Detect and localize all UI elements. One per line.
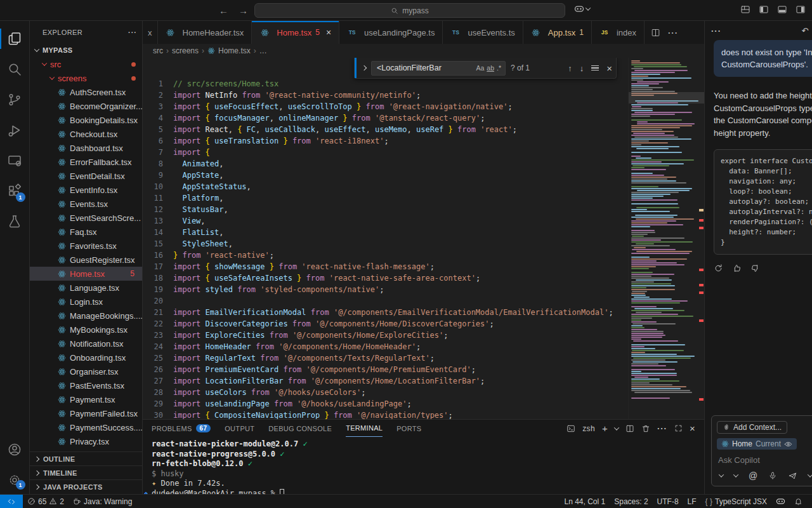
toggle-panel-icon[interactable] <box>777 4 787 15</box>
mention-icon[interactable]: @ <box>749 471 757 481</box>
file-tree-item[interactable]: Checkout.tsx <box>30 127 142 141</box>
code-line[interactable]: 21import EmailVerificationModal from '@/… <box>143 307 628 318</box>
code-line[interactable]: 1// src/screens/Home.tsx <box>143 78 628 90</box>
activity-explorer[interactable] <box>0 23 30 54</box>
code-line[interactable]: 27import LocationFilterBar from '@/compo… <box>143 375 628 387</box>
code-line[interactable]: 17import { showMessage } from 'react-nat… <box>143 261 628 272</box>
java-status[interactable]: Java: Warning <box>69 495 136 508</box>
find-close-icon[interactable]: × <box>606 63 612 74</box>
code-line[interactable]: 14 FlatList, <box>143 227 628 238</box>
file-tree-item[interactable]: PastEvents.tsx <box>30 378 142 392</box>
editor[interactable]: <LocationFilterBar Aa ab .* ? of 1 ↑ ↓ ×… <box>143 58 704 419</box>
file-tree-item[interactable]: Events.tsx <box>30 197 142 211</box>
add-context-button[interactable]: Add Context... <box>717 421 787 434</box>
file-tree-item[interactable]: PaymentFailed.tsx <box>30 406 142 420</box>
cursor-position[interactable]: Ln 44, Col 1 <box>560 495 610 508</box>
file-tree-item[interactable]: Onboarding.tsx <box>30 351 142 364</box>
terminal-more-actions-icon[interactable]: ··· <box>657 424 667 433</box>
editor-tab-uselandingpage-ts[interactable]: TSuseLandingPage.ts <box>339 21 443 44</box>
send-dropdown-chevron-icon[interactable] <box>808 472 812 477</box>
chat-input-placeholder[interactable]: Ask Copilot <box>717 454 812 465</box>
customize-layout-icon[interactable] <box>740 4 750 15</box>
editor-tab-index[interactable]: JSindex <box>592 21 645 44</box>
code-line[interactable]: 20 <box>143 295 628 307</box>
notifications-bell[interactable] <box>790 495 807 508</box>
activity-settings[interactable]: 1 <box>0 466 30 494</box>
code-editor[interactable]: 1// src/screens/Home.tsx2import NetInfo … <box>143 58 628 419</box>
split-editor-icon[interactable] <box>651 28 660 37</box>
chat-code-block[interactable]: export interface CustomCarouselProps { d… <box>714 149 812 255</box>
maximize-panel-icon[interactable] <box>674 424 683 432</box>
code-line[interactable]: 3import { useFocusEffect, useScrollToTop… <box>143 101 628 112</box>
code-line[interactable]: 24import HomeHeader from '@/components/H… <box>143 341 628 352</box>
minimap-slider[interactable] <box>629 92 704 104</box>
terminal-dropdown-icon[interactable] <box>614 425 619 430</box>
file-tree-item[interactable]: Language.tsx <box>30 281 142 295</box>
file-tree-item[interactable]: PaymentSuccess.... <box>30 420 142 434</box>
file-tree-item[interactable]: Dashboard.tsx <box>30 141 142 155</box>
breadcrumb-src[interactable]: src <box>153 46 163 55</box>
file-tree-item[interactable]: GuestRegister.tsx <box>30 253 142 267</box>
thumbs-up-icon[interactable] <box>732 264 742 273</box>
activity-run-debug[interactable] <box>0 115 30 145</box>
breadcrumb[interactable]: src › screens › Home.tsx › … <box>143 44 704 58</box>
activity-extensions[interactable]: 1 <box>0 176 30 206</box>
find-expand-chevron-icon[interactable] <box>362 65 367 70</box>
section-java-projects[interactable]: JAVA PROJECTS <box>30 480 142 494</box>
toggle-secondary-sidebar-icon[interactable] <box>796 4 806 15</box>
activity-accounts[interactable] <box>0 434 30 465</box>
breadcrumb-symbol[interactable]: … <box>259 46 267 55</box>
editor-tab-home-tsx[interactable]: Home.tsx5× <box>252 21 339 44</box>
code-line[interactable]: 9 AppState, <box>143 170 628 181</box>
code-line[interactable]: 23import ExploreCities from '@/component… <box>143 330 628 341</box>
tree-root-mypass[interactable]: MYPASS <box>30 43 142 57</box>
find-previous-icon[interactable]: ↑ <box>568 64 572 73</box>
file-tree-item[interactable]: Privacy.tsx <box>30 434 142 448</box>
file-tree-item[interactable]: Faq.tsx <box>30 225 142 239</box>
code-line[interactable]: 28import useColors from '@/hooks/useColo… <box>143 387 628 398</box>
context-file-pill[interactable]: Home Current <box>717 438 797 450</box>
code-line[interactable]: 25import RegularText from '@/components/… <box>143 352 628 364</box>
remote-indicator[interactable] <box>0 495 23 508</box>
tab-problems[interactable]: PROBLEMS 67 <box>152 420 211 437</box>
file-tree-item[interactable]: EventDetail.tsx <box>30 169 142 183</box>
tab-debug-console[interactable]: DEBUG CONSOLE <box>268 420 332 437</box>
breadcrumb-file[interactable]: Home.tsx <box>218 46 251 55</box>
editor-tab-x[interactable]: x <box>143 21 158 44</box>
file-tree-item[interactable]: Login.tsx <box>30 295 142 309</box>
file-tree-item[interactable]: MyBookings.tsx <box>30 323 142 337</box>
editor-tab-homeheader-tsx[interactable]: HomeHeader.tsx <box>158 21 252 44</box>
send-icon[interactable] <box>788 471 797 481</box>
whole-word-toggle[interactable]: ab <box>485 64 495 72</box>
file-tree-item[interactable]: Favorites.tsx <box>30 239 142 253</box>
section-outline[interactable]: OUTLINE <box>30 452 142 466</box>
find-next-icon[interactable]: ↓ <box>580 64 584 73</box>
copilot-menu-button[interactable] <box>574 4 590 14</box>
tab-output[interactable]: OUTPUT <box>225 420 254 437</box>
code-line[interactable]: 11 Platform, <box>143 192 628 204</box>
code-line[interactable]: 10 AppStateStatus, <box>143 181 628 192</box>
code-line[interactable]: 30import { CompositeNavigationProp } fro… <box>143 410 628 419</box>
model-picker-chevron-icon[interactable] <box>733 472 738 477</box>
match-case-toggle[interactable]: Aa <box>475 64 485 72</box>
eol-sequence[interactable]: LF <box>683 495 701 508</box>
file-tree-item[interactable]: BookingDetails.tsx <box>30 113 142 127</box>
chat-overflow-icon[interactable]: ··· <box>711 26 721 36</box>
editor-tab-useevents-ts[interactable]: TSuseEvents.ts <box>443 21 523 44</box>
close-panel-icon[interactable]: × <box>690 423 695 434</box>
code-line[interactable]: 29import useLandingPage from '@/hooks/us… <box>143 398 628 410</box>
tab-ports[interactable]: PORTS <box>396 420 421 437</box>
regex-toggle[interactable]: .* <box>495 64 502 72</box>
activity-source-control[interactable] <box>0 84 30 115</box>
code-line[interactable]: 22import DiscoverCategories from '@/comp… <box>143 318 628 330</box>
chat-undo-icon[interactable]: ↶ <box>801 26 808 36</box>
code-line[interactable]: 15 StyleSheet, <box>143 238 628 250</box>
section-timeline[interactable]: TIMELINE <box>30 466 142 480</box>
find-in-selection-icon[interactable] <box>591 65 599 71</box>
file-tree-item[interactable]: EventInfo.tsx <box>30 183 142 197</box>
new-terminal-icon[interactable]: + <box>602 423 608 434</box>
code-line[interactable]: 18import { useSafeAreaInsets } from 'rea… <box>143 272 628 284</box>
code-line[interactable]: 16} from 'react-native'; <box>143 250 628 261</box>
file-tree-item[interactable]: AuthScreen.tsx <box>30 85 142 99</box>
tab-terminal[interactable]: TERMINAL <box>346 420 383 437</box>
